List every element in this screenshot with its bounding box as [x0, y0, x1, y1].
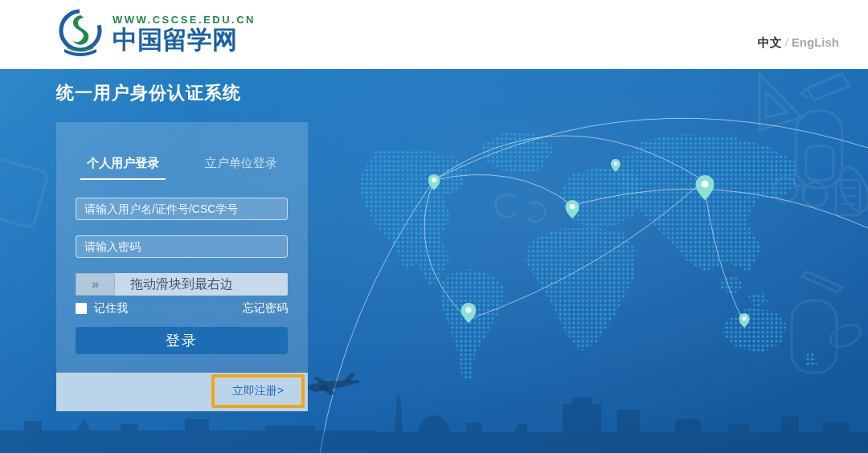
tab-personal-login[interactable]: 个人用户登录 — [64, 156, 182, 180]
world-map — [358, 133, 817, 382]
register-highlight-box: 立即注册> — [211, 374, 305, 408]
language-chinese[interactable]: 中文 — [758, 35, 782, 49]
language-separator: / — [782, 35, 792, 49]
language-english[interactable]: EngLish — [792, 35, 839, 49]
cscse-login-page: WWW.CSCSE.EDU.CN 中国留学网 中文/EngLish — [0, 0, 868, 453]
login-panel: 个人用户登录 立户单位登录 » 拖动滑块到最右边 记住我 忘记密码 登录 — [56, 122, 308, 411]
remember-row: 记住我 忘记密码 — [76, 302, 288, 315]
login-tabs: 个人用户登录 立户单位登录 — [64, 156, 300, 180]
set-square-inner-icon — [766, 92, 787, 117]
captcha-slider-handle[interactable]: » — [76, 273, 115, 296]
remember-me-checkbox[interactable] — [76, 303, 87, 314]
captcha-slider-track[interactable]: » 拖动滑块到最右边 — [76, 273, 288, 296]
backpack-pocket-icon — [806, 146, 833, 180]
page-title: 统一用户身份认证系统 — [56, 81, 241, 105]
islands-indonesia — [747, 292, 768, 308]
login-button[interactable]: 登录 — [76, 327, 288, 354]
cscse-emblem-icon — [56, 7, 104, 60]
continent-north-america — [358, 149, 470, 285]
pencil2-icon — [802, 271, 842, 292]
islands-new-zealand — [804, 352, 817, 365]
pencil-icon — [801, 74, 850, 100]
glasses2-icon — [495, 194, 545, 222]
panel-footer: 立即注册> — [56, 373, 308, 411]
logo-site-name: 中国留学网 — [113, 26, 256, 55]
football-icon — [834, 163, 868, 215]
username-input[interactable] — [76, 198, 288, 220]
main-area: 统一用户身份认证系统 个人用户登录 立户单位登录 » 拖动滑块到最右边 — [0, 69, 868, 453]
logo-url-text: WWW.CSCSE.EDU.CN — [113, 14, 256, 26]
register-link[interactable]: 立即注册> — [232, 384, 284, 398]
tab-personal-login-label: 个人用户登录 — [80, 156, 166, 180]
notebook-icon — [0, 157, 49, 228]
islands-southeast-asia — [719, 275, 744, 295]
glasses-right-icon — [803, 182, 827, 206]
tab-unit-login[interactable]: 立户单位登录 — [182, 156, 301, 180]
logo-text: WWW.CSCSE.EDU.CN 中国留学网 — [113, 14, 256, 55]
forgot-password-link[interactable]: 忘记密码 — [243, 301, 288, 316]
football2-icon — [827, 320, 864, 351]
backpack-icon — [796, 111, 842, 188]
continent-australia — [723, 308, 787, 353]
language-switcher: 中文/EngLish — [758, 35, 839, 51]
continent-asia — [620, 134, 797, 271]
airplane-icon — [301, 373, 360, 395]
continent-south-america — [440, 269, 506, 382]
remember-me-label[interactable]: 记住我 — [94, 301, 128, 316]
password-input[interactable] — [76, 235, 288, 258]
site-logo[interactable]: WWW.CSCSE.EDU.CN 中国留学网 — [56, 7, 256, 60]
tab-unit-login-label: 立户单位登录 — [199, 156, 284, 178]
site-header: WWW.CSCSE.EDU.CN 中国留学网 中文/EngLish — [0, 0, 868, 69]
double-chevron-right-icon: » — [92, 276, 99, 292]
